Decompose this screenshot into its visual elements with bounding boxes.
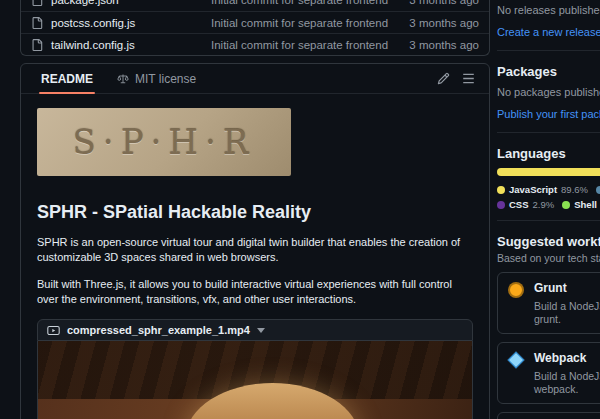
repo-page: package.json Initial commit for separate… xyxy=(0,0,600,419)
repo-main-column: package.json Initial commit for separate… xyxy=(20,0,490,419)
languages-bar xyxy=(497,168,600,176)
readme-paragraph: SPHR is an open-source virtual tour and … xyxy=(37,235,473,265)
readme-tabbar: README MIT license xyxy=(21,64,489,94)
language-dot-icon xyxy=(497,186,505,194)
tab-readme[interactable]: README xyxy=(29,64,105,93)
file-icon xyxy=(31,0,43,6)
packages-section: Packages No packages published Publish y… xyxy=(497,51,600,133)
table-row: package.json Initial commit for separate… xyxy=(21,0,489,11)
readme-content: S·P·H·R SPHR - SPatial Hackable Reality … xyxy=(21,94,489,419)
file-link[interactable]: package.json xyxy=(31,0,211,6)
language-percent: 2.9% xyxy=(533,199,555,210)
releases-section: No releases published Create a new relea… xyxy=(497,0,600,51)
releases-empty-text: No releases published xyxy=(497,4,600,17)
chevron-down-icon xyxy=(257,328,265,333)
file-name-label: postcss.config.js xyxy=(51,17,135,29)
readme-paragraph: Built with Three.js, it allows you to bu… xyxy=(37,277,473,307)
commit-time: 3 months ago xyxy=(409,0,479,6)
sphr-logo-letters: S·P·H·R xyxy=(73,122,256,162)
create-release-link[interactable]: Create a new release xyxy=(497,26,600,38)
commit-message-link[interactable]: Initial commit for separate frontend xyxy=(211,17,409,29)
packages-empty-text: No packages published xyxy=(497,86,600,99)
list-item[interactable]: CSS 2.9% xyxy=(497,199,554,210)
language-dot-icon xyxy=(562,201,570,209)
tab-readme-label: README xyxy=(41,72,93,86)
edit-pencil-icon[interactable] xyxy=(437,72,450,85)
workflow-description: Build a NodeJS project with grunt. xyxy=(534,300,600,326)
video-camera-icon xyxy=(47,324,60,337)
video-filename: compressed_sphr_example_1.mp4 xyxy=(67,324,250,336)
law-scale-icon xyxy=(117,73,129,85)
table-row: postcss.config.js Initial commit for sep… xyxy=(21,11,489,33)
list-item[interactable]: GLSL xyxy=(596,184,600,195)
commit-message-link[interactable]: Initial commit for separate frontend xyxy=(211,0,409,6)
languages-title: Languages xyxy=(497,146,600,161)
workflows-section: Suggested workflows Based on your tech s… xyxy=(497,221,600,419)
workflow-card-body: Grunt Build a NodeJS project with grunt. xyxy=(534,280,600,326)
language-dot-icon xyxy=(596,186,600,194)
publish-package-link[interactable]: Publish your first package xyxy=(497,108,600,120)
packages-title: Packages xyxy=(497,64,600,79)
file-icon xyxy=(31,17,43,29)
languages-section: Languages JavaScript 89.6% GLSL xyxy=(497,133,600,221)
workflows-subtitle: Based on your tech stack xyxy=(497,252,600,264)
language-name: CSS xyxy=(509,199,529,210)
workflow-title: Webpack xyxy=(534,351,600,365)
commit-time: 3 months ago xyxy=(409,39,479,51)
file-name-label: package.json xyxy=(51,0,119,6)
languages-legend: JavaScript 89.6% GLSL CSS 2.9% Shell 0.1… xyxy=(497,184,600,210)
language-percent: 89.6% xyxy=(561,184,588,195)
outline-list-icon[interactable] xyxy=(462,72,475,85)
sphr-logo-image: S·P·H·R xyxy=(37,108,291,176)
file-name-label: tailwind.config.js xyxy=(51,39,135,51)
lang-segment-javascript xyxy=(497,168,600,176)
workflow-title: Grunt xyxy=(534,281,600,295)
language-name: JavaScript xyxy=(509,184,557,195)
list-item[interactable]: JavaScript 89.6% xyxy=(497,184,588,195)
video-thumbnail[interactable] xyxy=(37,341,473,419)
tab-license[interactable]: MIT license xyxy=(105,64,208,93)
commit-time: 3 months ago xyxy=(409,17,479,29)
workflow-card-webpack[interactable]: Webpack Build a NodeJS project with webp… xyxy=(497,342,600,404)
readme-actions xyxy=(437,72,481,85)
table-row: tailwind.config.js Initial commit for se… xyxy=(21,33,489,55)
language-dot-icon xyxy=(497,201,505,209)
readme-panel: README MIT license xyxy=(20,63,490,419)
file-icon xyxy=(31,39,43,51)
workflows-title: Suggested workflows xyxy=(497,234,600,249)
repo-sidebar: No releases published Create a new relea… xyxy=(497,0,600,419)
workflow-card-body: Webpack Build a NodeJS project with webp… xyxy=(534,350,600,396)
readme-heading: SPHR - SPatial Hackable Reality xyxy=(37,202,473,223)
file-list: package.json Initial commit for separate… xyxy=(20,0,490,56)
list-item[interactable]: Shell 0.1% xyxy=(562,199,600,210)
commit-message-link[interactable]: Initial commit for separate frontend xyxy=(211,39,409,51)
workflow-card-grunt[interactable]: Grunt Build a NodeJS project with grunt. xyxy=(497,272,600,334)
webpack-icon xyxy=(506,350,526,370)
grunt-icon xyxy=(506,280,526,300)
file-link[interactable]: tailwind.config.js xyxy=(31,39,211,51)
language-name: Shell xyxy=(574,199,597,210)
tab-license-label: MIT license xyxy=(135,72,196,86)
workflow-card-gulp[interactable]: Gulp Build a NodeJS project with gulp. xyxy=(497,412,600,419)
workflow-description: Build a NodeJS project with webpack. xyxy=(534,370,600,396)
file-link[interactable]: postcss.config.js xyxy=(31,17,211,29)
video-player-header[interactable]: compressed_sphr_example_1.mp4 xyxy=(37,319,473,341)
